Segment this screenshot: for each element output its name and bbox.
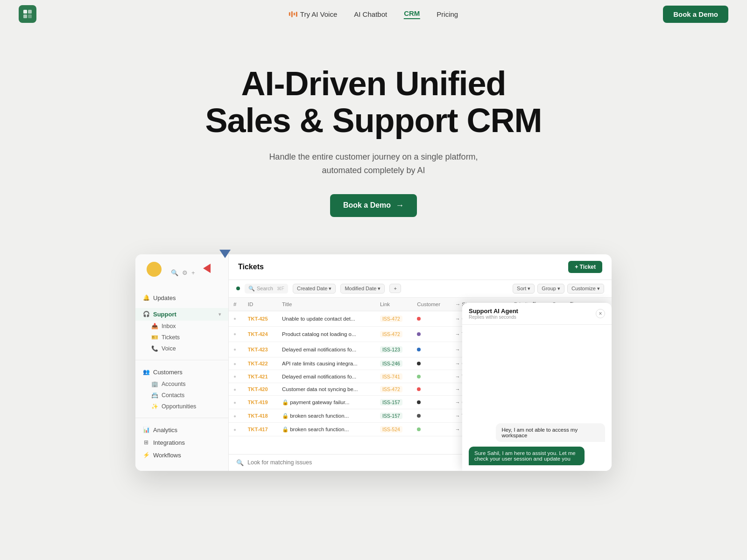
chat-message-agent: Sure Sahil, I am here to assist you. Let… xyxy=(469,447,585,465)
sidebar-item-tickets[interactable]: 🎫 Tickets xyxy=(135,332,228,343)
sidebar-integrations-label: Integrations xyxy=(153,439,185,446)
svg-rect-3 xyxy=(28,14,32,18)
cell-customer xyxy=(412,342,450,357)
group-button[interactable]: Group ▾ xyxy=(537,284,564,294)
user-avatar[interactable] xyxy=(147,262,162,277)
cell-title: Customer data not syncing be... xyxy=(277,383,375,396)
app-window: 🔍 ⚙ + 🔔 Updates 🎧 Support ▾ 📥 Inbox xyxy=(135,254,612,471)
sidebar-settings-icon[interactable]: ⚙ xyxy=(182,269,188,276)
app-preview: 🔍 ⚙ + 🔔 Updates 🎧 Support ▾ 📥 Inbox xyxy=(117,254,630,471)
sidebar-search-icon[interactable]: 🔍 xyxy=(171,269,178,276)
contact-icon: 📇 xyxy=(151,392,158,399)
nav-crm[interactable]: CRM xyxy=(404,9,420,19)
logo[interactable] xyxy=(19,5,36,23)
nav-pricing[interactable]: Pricing xyxy=(437,10,458,18)
ai-chat-close-button[interactable]: × xyxy=(596,309,605,318)
cell-id: TKT-420 xyxy=(243,383,277,396)
sidebar-item-opportunities[interactable]: ✨ Opportunities xyxy=(135,401,228,412)
sidebar-item-workflows[interactable]: ⚡ Workflows xyxy=(135,449,228,462)
cell-num: ● xyxy=(229,342,243,357)
cell-customer xyxy=(412,409,450,423)
sidebar-analytics-label: Analytics xyxy=(153,427,177,434)
tickets-title: Tickets xyxy=(238,263,264,271)
cell-id: TKT-423 xyxy=(243,342,277,357)
sidebar-item-integrations[interactable]: ⊞ Integrations xyxy=(135,436,228,449)
chevron-down-icon: ▾ xyxy=(218,312,221,317)
sidebar-divider-2 xyxy=(135,418,228,418)
nav-pricing-label: Pricing xyxy=(437,10,458,18)
sidebar-item-analytics[interactable]: 📊 Analytics xyxy=(135,424,228,436)
cell-num: ● xyxy=(229,357,243,370)
cell-title: Unable to update contact det... xyxy=(277,311,375,326)
sidebar-item-contacts[interactable]: 📇 Contacts xyxy=(135,390,228,401)
cell-num: ● xyxy=(229,311,243,326)
ai-chat-title: Support AI Agent xyxy=(469,308,518,315)
search-icon: 🔍 xyxy=(248,286,255,292)
cell-link: ISS-741 xyxy=(375,370,412,383)
cell-customer xyxy=(412,383,450,396)
modified-date-label: Modified Date ▾ xyxy=(345,286,381,292)
col-link[interactable]: Link xyxy=(375,298,412,311)
cell-link: ISS-157 xyxy=(375,396,412,409)
nav-ai-chatbot[interactable]: AI Chatbot xyxy=(354,10,387,18)
search-field[interactable]: 🔍 Search ⌘F xyxy=(245,284,288,294)
sidebar: 🔍 ⚙ + 🔔 Updates 🎧 Support ▾ 📥 Inbox xyxy=(135,254,229,471)
cell-link: ISS-157 xyxy=(375,409,412,423)
sidebar-item-accounts[interactable]: 🏢 Accounts xyxy=(135,378,228,390)
cell-title: 🔒 payment gateway failur... xyxy=(277,396,375,409)
sidebar-item-voice[interactable]: 📞 Voice xyxy=(135,343,228,354)
chart-icon: 📊 xyxy=(143,427,149,433)
sidebar-support-label: Support xyxy=(153,311,176,318)
svg-rect-2 xyxy=(23,14,27,18)
sidebar-accounts-label: Accounts xyxy=(162,381,185,387)
sidebar-add-icon[interactable]: + xyxy=(191,269,195,276)
cell-title: Product catalog not loading o... xyxy=(277,326,375,342)
modified-date-filter[interactable]: Modified Date ▾ xyxy=(340,284,385,294)
sidebar-divider xyxy=(135,360,228,360)
cell-customer xyxy=(412,423,450,436)
sidebar-item-updates[interactable]: 🔔 Updates xyxy=(135,292,228,304)
cell-num: ● xyxy=(229,370,243,383)
created-date-filter[interactable]: Created Date ▾ xyxy=(293,284,336,294)
sidebar-item-support[interactable]: 🎧 Support ▾ xyxy=(135,308,228,321)
sidebar-top-actions: 🔍 ⚙ + xyxy=(135,262,228,284)
sort-button[interactable]: Sort ▾ xyxy=(513,284,535,294)
cell-customer xyxy=(412,396,450,409)
tickets-header: Tickets + Ticket xyxy=(229,254,612,280)
building-icon: 🏢 xyxy=(151,381,158,387)
sidebar-contacts-label: Contacts xyxy=(162,392,184,399)
ai-chat-panel: Support AI Agent Replies within seconds … xyxy=(462,303,612,471)
cell-id: TKT-424 xyxy=(243,326,277,342)
ai-chat-title-group: Support AI Agent Replies within seconds xyxy=(469,308,518,320)
cell-link: ISS-524 xyxy=(375,423,412,436)
arrow-icon: → xyxy=(395,201,404,210)
sidebar-opportunities-label: Opportunities xyxy=(162,403,196,410)
cell-link: ISS-472 xyxy=(375,326,412,342)
hero-cta-button[interactable]: Book a Demo → xyxy=(330,194,417,217)
nav-try-ai-voice[interactable]: Try AI Voice xyxy=(289,10,337,18)
hero-title-line1: AI-Driven Unified xyxy=(241,65,506,102)
ticket-icon: 🎫 xyxy=(151,334,158,341)
header: Try AI Voice AI Chatbot CRM Pricing Book… xyxy=(0,0,747,28)
sidebar-item-customers[interactable]: 👥 Customers xyxy=(135,366,228,378)
hero-cta-label: Book a Demo xyxy=(343,201,391,210)
col-title[interactable]: Title xyxy=(277,298,375,311)
col-customer[interactable]: Customer xyxy=(412,298,450,311)
cell-link: ISS-472 xyxy=(375,383,412,396)
cell-title: 🔒 broken search function... xyxy=(277,423,375,436)
sidebar-item-inbox[interactable]: 📥 Inbox xyxy=(135,321,228,332)
cell-link: ISS-246 xyxy=(375,357,412,370)
cell-customer xyxy=(412,311,450,326)
customize-button[interactable]: Customize ▾ xyxy=(567,284,604,294)
svg-rect-1 xyxy=(28,10,32,14)
header-book-demo-button[interactable]: Book a Demo xyxy=(663,6,728,23)
nav-crm-label: CRM xyxy=(404,9,420,17)
shape-triangle-down xyxy=(219,250,231,258)
new-ticket-button[interactable]: + Ticket xyxy=(568,261,602,273)
ai-chat-header: Support AI Agent Replies within seconds … xyxy=(462,303,612,325)
add-filter-button[interactable]: + xyxy=(389,284,401,293)
search-placeholder: Search xyxy=(257,286,273,291)
col-id[interactable]: ID xyxy=(243,298,277,311)
cell-customer xyxy=(412,370,450,383)
table-toolbar: 🔍 Search ⌘F Created Date ▾ Modified Date… xyxy=(229,280,612,298)
